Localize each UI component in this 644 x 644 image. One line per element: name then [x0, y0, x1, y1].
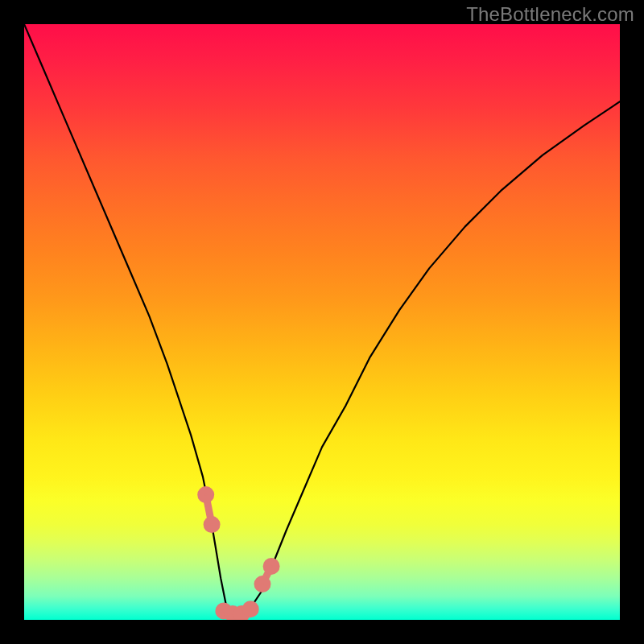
marker-dot [246, 605, 255, 614]
marker-dot [207, 520, 217, 530]
marker-dot [201, 490, 211, 500]
chart-svg [24, 24, 620, 620]
watermark-text: TheBottleneck.com [466, 3, 634, 26]
chart-frame: TheBottleneck.com [0, 0, 644, 644]
marker-dot [266, 561, 276, 571]
marker-dot [258, 580, 267, 589]
marker-group [201, 490, 276, 619]
bottleneck-curve [24, 24, 620, 614]
plot-area [24, 24, 620, 620]
